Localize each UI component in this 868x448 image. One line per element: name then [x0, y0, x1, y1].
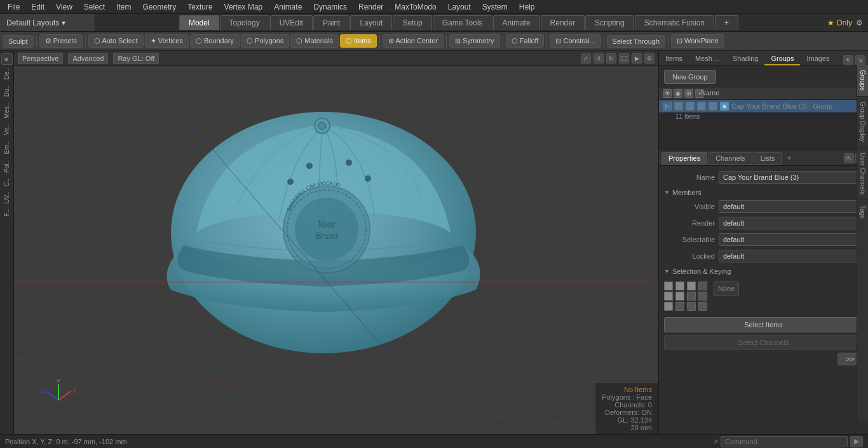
- group-option-btn[interactable]: [709, 102, 717, 111]
- action-center-button[interactable]: ⊕ Action Center: [383, 34, 444, 48]
- tab-animate[interactable]: Animate: [493, 15, 540, 30]
- tab-setup[interactable]: Setup: [393, 15, 431, 30]
- menu-texture[interactable]: Texture: [182, 1, 217, 13]
- select-through-button[interactable]: Select Through: [607, 35, 665, 48]
- items-button[interactable]: ⬡ Items: [340, 34, 377, 48]
- viewport[interactable]: Perspective Advanced Ray GL: Off ⤢ ↺ ↻ ⛶…: [14, 51, 658, 434]
- menu-dynamics[interactable]: Dynamics: [308, 1, 352, 13]
- tab-lists[interactable]: Lists: [754, 152, 782, 165]
- menu-vertex-map[interactable]: Vertex Map: [219, 1, 268, 13]
- ray-gl-button[interactable]: Ray GL: Off: [113, 53, 159, 64]
- tab-schematic-fusion[interactable]: Schematic Fusion: [635, 15, 714, 30]
- visible-select[interactable]: default: [719, 200, 863, 213]
- render-toggle[interactable]: ◉: [674, 89, 682, 98]
- layout-selector[interactable]: Default Layouts ▾: [0, 14, 95, 31]
- tab-uvedit[interactable]: UVEdit: [270, 15, 313, 30]
- tab-paint[interactable]: Paint: [313, 15, 349, 30]
- locked-select[interactable]: default: [719, 250, 863, 262]
- boundary-button[interactable]: ⬡ Boundary: [190, 34, 240, 48]
- menu-select[interactable]: Select: [79, 1, 110, 13]
- menu-help[interactable]: Help: [514, 1, 540, 13]
- sidebar-item-polygon[interactable]: Pol..: [2, 158, 11, 175]
- group-lock-btn[interactable]: [697, 102, 706, 111]
- vert-tab-user-channels[interactable]: User Channels: [857, 147, 868, 200]
- tab-mesh[interactable]: Mesh ...: [689, 53, 726, 65]
- viewport-icon-frame[interactable]: ⛶: [619, 53, 629, 64]
- prop-expand-icon[interactable]: ⇱: [844, 153, 854, 163]
- falloff-button[interactable]: ⬡ Falloff: [506, 34, 545, 48]
- symmetry-button[interactable]: ⊞ Symmetry: [449, 34, 500, 48]
- menu-layout[interactable]: Layout: [443, 1, 476, 13]
- auto-select-button[interactable]: ⬡ Auto Select: [88, 34, 144, 48]
- tab-game-tools[interactable]: Game Tools: [433, 15, 492, 30]
- vert-tab-tags[interactable]: Tags: [857, 200, 868, 224]
- lock-toggle[interactable]: ⊞: [684, 89, 693, 98]
- perspective-button[interactable]: Perspective: [18, 53, 63, 64]
- tab-model[interactable]: Model: [179, 15, 219, 30]
- tab-channels[interactable]: Channels: [709, 152, 752, 165]
- presets-button[interactable]: ⚙ Presets: [39, 34, 83, 48]
- vertices-button[interactable]: ✦ Vertices: [145, 34, 189, 48]
- selectable-select[interactable]: default: [719, 233, 863, 246]
- viewport-icon-play[interactable]: ▶: [632, 53, 642, 64]
- selection-section-header[interactable]: ▼ Selection & Keying: [664, 268, 863, 275]
- workplane-button[interactable]: ⊡ WorkPlane: [671, 34, 724, 48]
- tab-images[interactable]: Images: [800, 53, 836, 65]
- menu-render[interactable]: Render: [353, 1, 388, 13]
- tab-shading[interactable]: Shading: [726, 53, 764, 65]
- viewport-icon-resize[interactable]: ⤢: [581, 53, 591, 64]
- viewport-icon-redo[interactable]: ↻: [606, 53, 616, 64]
- sidebar-item-c[interactable]: C..: [2, 176, 11, 189]
- sidebar-item-vertex[interactable]: Vn..: [2, 121, 11, 138]
- sidebar-item-uv[interactable]: UV..: [2, 189, 11, 207]
- select-items-button[interactable]: Select Items: [664, 317, 863, 332]
- sidebar-item-duplicate[interactable]: Du..: [2, 83, 11, 99]
- select-channels-button[interactable]: Select Channels: [664, 335, 863, 350]
- menu-item[interactable]: Item: [111, 1, 136, 13]
- tab-render[interactable]: Render: [541, 15, 585, 30]
- viewport-icon-settings[interactable]: ⚙: [644, 53, 654, 64]
- tab-layout[interactable]: Layout: [350, 15, 392, 30]
- menu-animate[interactable]: Animate: [269, 1, 307, 13]
- sidebar-item-mesh[interactable]: Mes..: [2, 100, 11, 121]
- materials-button[interactable]: ⬡ Materials: [290, 34, 339, 48]
- name-input[interactable]: [719, 171, 863, 184]
- menu-view[interactable]: View: [51, 1, 78, 13]
- group-render-btn[interactable]: [686, 102, 695, 111]
- constrain-button[interactable]: ⊟ Constrai...: [550, 34, 600, 48]
- menu-file[interactable]: File: [3, 1, 25, 13]
- tab-scripting[interactable]: Scripting: [585, 15, 634, 30]
- sidebar-item-emit[interactable]: Em..: [2, 139, 11, 157]
- new-group-button[interactable]: New Group: [664, 70, 716, 84]
- menu-edit[interactable]: Edit: [26, 1, 50, 13]
- command-input[interactable]: [721, 436, 848, 447]
- sidebar-top-btn[interactable]: ⊞: [1, 53, 13, 65]
- menu-system[interactable]: System: [477, 1, 513, 13]
- tab-groups[interactable]: Groups: [764, 53, 800, 65]
- advanced-button[interactable]: Advanced: [68, 53, 108, 64]
- sculpt-button[interactable]: Sculpt: [3, 35, 34, 48]
- expand-right-panel-icon[interactable]: ⇱: [843, 55, 853, 65]
- command-execute-button[interactable]: ▶: [850, 436, 863, 447]
- group-visibility-btn[interactable]: [674, 102, 683, 111]
- tab-add[interactable]: +: [715, 15, 738, 30]
- sidebar-item-default[interactable]: De..: [2, 65, 11, 82]
- menu-geometry[interactable]: Geometry: [138, 1, 182, 13]
- visibility-toggle[interactable]: 👁: [663, 89, 672, 98]
- vert-tab-groups[interactable]: Groups: [857, 65, 868, 97]
- menu-maxtomodo[interactable]: MaxToModo: [390, 1, 441, 13]
- group-expand-btn[interactable]: ▷: [663, 102, 672, 111]
- vert-tab-group-display[interactable]: Group Display: [857, 97, 868, 147]
- tab-topology[interactable]: Topology: [220, 15, 269, 30]
- settings-icon[interactable]: ⚙: [856, 18, 863, 27]
- add-tab-button[interactable]: +: [783, 152, 796, 164]
- tab-properties[interactable]: Properties: [661, 152, 707, 165]
- polygons-button[interactable]: ⬡ Polygons: [241, 34, 289, 48]
- render-select[interactable]: default: [719, 217, 863, 229]
- group-row-cap[interactable]: ▷ ⊞ Cap Your Brand Blue (3) : Group: [659, 100, 868, 113]
- members-section-header[interactable]: ▼ Members: [664, 189, 863, 196]
- collapse-right-panel-icon[interactable]: ⇲: [855, 55, 865, 65]
- viewport-icon-undo[interactable]: ↺: [593, 53, 604, 64]
- tab-items[interactable]: Items: [659, 53, 689, 65]
- sidebar-item-f[interactable]: F..: [2, 207, 11, 219]
